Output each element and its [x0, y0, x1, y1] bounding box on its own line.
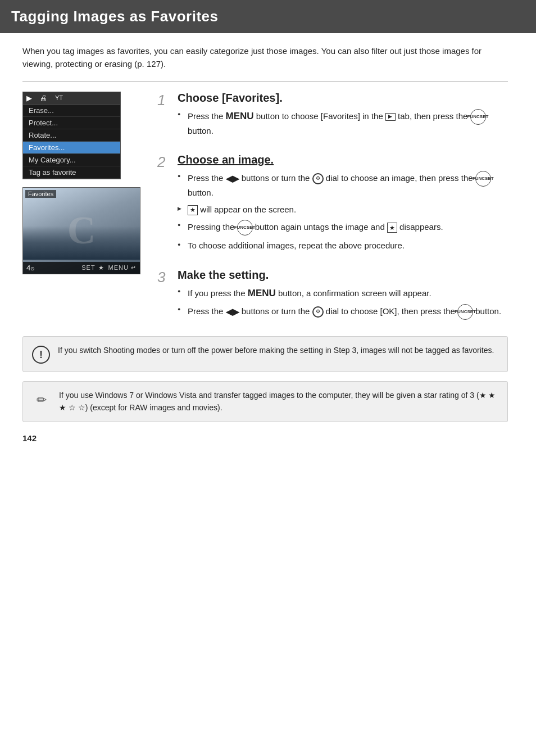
step-2-number: 2	[157, 153, 172, 171]
menu-screenshot: ▶ 🖨 YT Erase... Protect... Rotate... Fav…	[22, 92, 121, 179]
menu-item-tagasfavorite: Tag as favorite	[23, 166, 120, 179]
func-set-btn-2: FUNCSET	[475, 171, 491, 187]
step-3-bullet-2: Press the ◀▶ buttons or turn the ⚙ dial …	[178, 304, 508, 320]
dial-icon-2: ⚙	[312, 306, 324, 318]
menu-bold-2: MENU	[248, 288, 276, 298]
step-3-bullets: If you press the MENU button, a confirma…	[178, 286, 508, 320]
play-tab-icon: ▶	[385, 113, 396, 121]
steps-area: ▶ 🖨 YT Erase... Protect... Rotate... Fav…	[22, 92, 508, 337]
step-3-number: 3	[157, 269, 172, 286]
favorites-screenshot: Favorites C 4⊙ SET ★ MENU ↵	[22, 187, 140, 274]
fav-label: Favorites	[25, 190, 56, 198]
step-2-bullet-4: To choose additional images, repeat the …	[178, 239, 508, 252]
lr-arrows-1: ◀▶	[226, 174, 239, 183]
menu-item-erase: Erase...	[23, 105, 120, 117]
menu-items-list: Erase... Protect... Rotate... Favorites.…	[23, 105, 120, 179]
step-2-bullets: Press the ◀▶ buttons or turn the ⚙ dial …	[178, 171, 508, 252]
star-label: ★	[98, 264, 105, 271]
step-2-heading: Choose an image.	[178, 153, 508, 166]
fav-bottom-icon: 4⊙	[26, 264, 35, 272]
menu-bold-1: MENU	[226, 111, 254, 121]
menu-topbar: ▶ 🖨 YT	[23, 92, 120, 105]
func-set-btn-4: FUNCSET	[457, 304, 473, 320]
step-1: 1 Choose [Favorites]. Press the MENU but…	[157, 92, 508, 142]
notice-warning-text: If you switch Shooting modes or turn off…	[58, 345, 494, 357]
page-title: Tagging Images as Favorites	[0, 0, 536, 33]
step-1-number: 1	[157, 92, 172, 109]
fav-bottom-right: SET ★ MENU ↵	[81, 264, 137, 271]
func-set-btn-1: FUNCSET	[470, 109, 486, 125]
warning-icon: !	[32, 346, 50, 364]
star-box-2: ★	[387, 223, 397, 233]
page-container: Tagging Images as Favorites When you tag…	[0, 0, 536, 756]
menu-item-protect: Protect...	[23, 117, 120, 129]
lr-arrows-2: ◀▶	[226, 307, 239, 316]
fav-bottom-bar: 4⊙ SET ★ MENU ↵	[23, 262, 140, 274]
right-steps: 1 Choose [Favorites]. Press the MENU but…	[157, 92, 508, 337]
menu-item-mycategory: My Category...	[23, 154, 120, 166]
step-1-body: Choose [Favorites]. Press the MENU butto…	[178, 92, 508, 142]
notice-warning: ! If you switch Shooting modes or turn o…	[22, 336, 508, 372]
play-icon: ▶	[26, 94, 32, 102]
dial-icon-1: ⚙	[312, 173, 324, 184]
pencil-icon: ✏	[32, 391, 51, 410]
star-box-1: ★	[188, 205, 198, 215]
fav-bottom-left: 4⊙	[26, 264, 35, 272]
step-3-bullet-1: If you press the MENU button, a confirma…	[178, 286, 508, 301]
menu-label: MENU	[108, 264, 129, 271]
step-2-bullet-1: Press the ◀▶ buttons or turn the ⚙ dial …	[178, 171, 508, 200]
step-2-bullet-2: ★ will appear on the screen.	[178, 203, 508, 216]
page-number: 142	[22, 433, 508, 443]
step-3: 3 Make the setting. If you press the MEN…	[157, 269, 508, 324]
step-3-heading: Make the setting.	[178, 269, 508, 282]
func-set-btn-3: FUNCSET	[237, 220, 253, 236]
step-1-bullet-1: Press the MENU button to choose [Favorit…	[178, 109, 508, 138]
notice-info: ✏ If you use Windows 7 or Windows Vista …	[22, 381, 508, 422]
left-images: ▶ 🖨 YT Erase... Protect... Rotate... Fav…	[22, 92, 157, 274]
settings-icon: YT	[55, 94, 63, 101]
step-2-body: Choose an image. Press the ◀▶ buttons or…	[178, 153, 508, 256]
section-divider	[22, 81, 508, 82]
fav-buildings-bg	[23, 226, 140, 260]
step-1-heading: Choose [Favorites].	[178, 92, 508, 105]
menu-item-rotate: Rotate...	[23, 129, 120, 142]
step-2-bullet-3: Pressing the FUNCSET button again untags…	[178, 220, 508, 236]
step-1-bullets: Press the MENU button to choose [Favorit…	[178, 109, 508, 138]
set-btn-label: SET	[81, 264, 95, 271]
print-icon: 🖨	[40, 94, 47, 102]
return-icon: ↵	[131, 264, 137, 271]
menu-item-favorites: Favorites...	[23, 142, 120, 154]
intro-text: When you tag images as favorites, you ca…	[22, 44, 508, 71]
step-3-body: Make the setting. If you press the MENU …	[178, 269, 508, 324]
step-2: 2 Choose an image. Press the ◀▶ buttons …	[157, 153, 508, 256]
notice-info-text: If you use Windows 7 or Windows Vista an…	[59, 390, 498, 414]
